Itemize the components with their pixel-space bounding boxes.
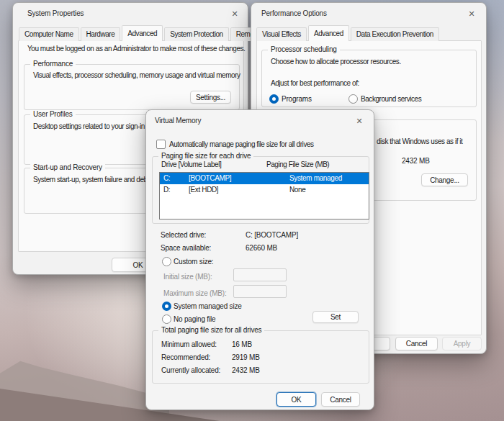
paging-size-column-header: Paging File Size (MB) xyxy=(266,160,329,168)
recommended-value: 2919 MB xyxy=(232,353,260,361)
admin-notice: You must be logged on as an Administrato… xyxy=(27,45,245,53)
virtual-memory-dialog: Virtual Memory ✕ Automatically manage pa… xyxy=(145,109,374,410)
tab-advanced[interactable]: Advanced xyxy=(122,25,163,41)
tab-advanced[interactable]: Advanced xyxy=(308,25,349,41)
adjust-performance-label: Adjust for best performance of: xyxy=(271,79,359,87)
processor-scheduling-group-label: Processor scheduling xyxy=(268,45,340,53)
system-properties-titlebar[interactable]: System Properties ✕ xyxy=(13,3,248,24)
paging-file-total-value: 2432 MB xyxy=(402,157,430,165)
drive-listbox[interactable]: C: [BOOTCAMP] System managed D: [Ext HDD… xyxy=(159,172,369,219)
space-available-label: Space available: xyxy=(161,244,211,252)
cancel-button[interactable]: Cancel xyxy=(395,337,438,350)
paging-file-group-label: Paging file size for each drive xyxy=(158,152,253,160)
selected-drive-label: Selected drive: xyxy=(161,231,206,239)
auto-manage-checkbox-label: Automatically manage paging file size fo… xyxy=(169,140,314,148)
performance-options-title: Performance Options xyxy=(261,9,327,17)
totals-group: Total paging file size for all drives Mi… xyxy=(152,330,369,384)
drive-paging-size: System managed xyxy=(289,173,342,184)
totals-group-label: Total paging file size for all drives xyxy=(158,326,264,334)
tab-computer-name[interactable]: Computer Name xyxy=(19,27,79,41)
background-services-radio-label: Background services xyxy=(361,95,421,103)
startup-recovery-description: System start-up, system failure and debu… xyxy=(33,176,155,184)
maximum-size-label: Maximum size (MB): xyxy=(163,289,227,297)
initial-size-input[interactable] xyxy=(233,268,287,281)
custom-size-radio[interactable] xyxy=(162,257,171,266)
close-icon[interactable]: ✕ xyxy=(354,115,365,127)
no-paging-file-radio[interactable] xyxy=(162,314,171,324)
tab-visual-effects[interactable]: Visual Effects xyxy=(256,27,307,41)
drive-column-header: Drive [Volume Label] xyxy=(161,160,221,168)
cancel-button[interactable]: Cancel xyxy=(321,392,360,407)
virtual-memory-titlebar[interactable]: Virtual Memory ✕ xyxy=(146,110,374,132)
initial-size-label: Initial size (MB): xyxy=(163,273,212,281)
background-services-radio[interactable] xyxy=(348,94,358,104)
performance-description: Visual effects, processor scheduling, me… xyxy=(33,71,240,79)
minimum-allowed-label: Minimum allowed: xyxy=(161,340,217,348)
performance-options-tabstrip: Visual Effects Advanced Data Execution P… xyxy=(256,25,441,41)
paging-file-group: Paging file size for each drive Drive [V… xyxy=(152,156,369,224)
processor-scheduling-description: Choose how to allocate processor resourc… xyxy=(271,58,401,65)
performance-group-label: Performance xyxy=(30,60,76,68)
performance-group: Performance Visual effects, processor sc… xyxy=(24,64,240,110)
currently-allocated-label: Currently allocated: xyxy=(161,366,220,374)
space-available-value: 62660 MB xyxy=(246,244,277,252)
change-button[interactable]: Change... xyxy=(421,173,468,186)
startup-recovery-group-label: Start-up and Recovery xyxy=(30,163,105,171)
paging-file-description: disk that Windows uses as if it xyxy=(377,137,462,145)
tab-data-execution-prevention[interactable]: Data Execution Prevention xyxy=(351,27,439,41)
drive-letter: C: xyxy=(163,173,170,184)
custom-size-radio-label: Custom size: xyxy=(174,258,213,266)
close-icon[interactable]: ✕ xyxy=(466,8,477,19)
close-icon[interactable]: ✕ xyxy=(229,8,240,19)
drive-paging-size: None xyxy=(289,184,306,196)
minimum-allowed-value: 16 MB xyxy=(232,340,252,348)
performance-options-titlebar[interactable]: Performance Options ✕ xyxy=(251,3,486,24)
no-paging-file-radio-label: No paging file xyxy=(174,315,215,323)
apply-button[interactable]: Apply xyxy=(442,337,482,350)
drive-row-c[interactable]: C: [BOOTCAMP] System managed xyxy=(160,173,369,184)
programs-radio-label: Programs xyxy=(282,95,312,103)
drive-volume: [BOOTCAMP] xyxy=(189,173,231,184)
programs-radio[interactable] xyxy=(269,94,279,104)
set-button[interactable]: Set xyxy=(312,311,359,323)
system-managed-radio[interactable] xyxy=(162,302,171,311)
maximum-size-input[interactable] xyxy=(233,285,287,298)
auto-manage-checkbox[interactable] xyxy=(156,140,166,149)
drive-row-d[interactable]: D: [Ext HDD] None xyxy=(160,184,369,196)
tab-system-protection[interactable]: System Protection xyxy=(164,27,229,41)
user-profiles-description: Desktop settings related to your sign-in xyxy=(33,122,145,130)
ok-button[interactable]: OK xyxy=(276,392,316,407)
performance-settings-button[interactable]: Settings... xyxy=(190,91,231,104)
system-properties-title: System Properties xyxy=(27,9,84,17)
drive-letter: D: xyxy=(163,184,170,196)
processor-scheduling-group: Processor scheduling Choose how to alloc… xyxy=(261,50,477,107)
virtual-memory-title: Virtual Memory xyxy=(155,117,201,125)
currently-allocated-value: 2432 MB xyxy=(232,366,260,374)
drive-volume: [Ext HDD] xyxy=(189,184,218,196)
system-managed-radio-label: System managed size xyxy=(174,302,242,310)
recommended-label: Recommended: xyxy=(161,353,210,361)
selected-drive-value: C: [BOOTCAMP] xyxy=(246,231,298,239)
user-profiles-group-label: User Profiles xyxy=(30,110,76,118)
system-properties-tabstrip: Computer Name Hardware Advanced System P… xyxy=(19,25,266,41)
tab-hardware[interactable]: Hardware xyxy=(81,27,121,41)
